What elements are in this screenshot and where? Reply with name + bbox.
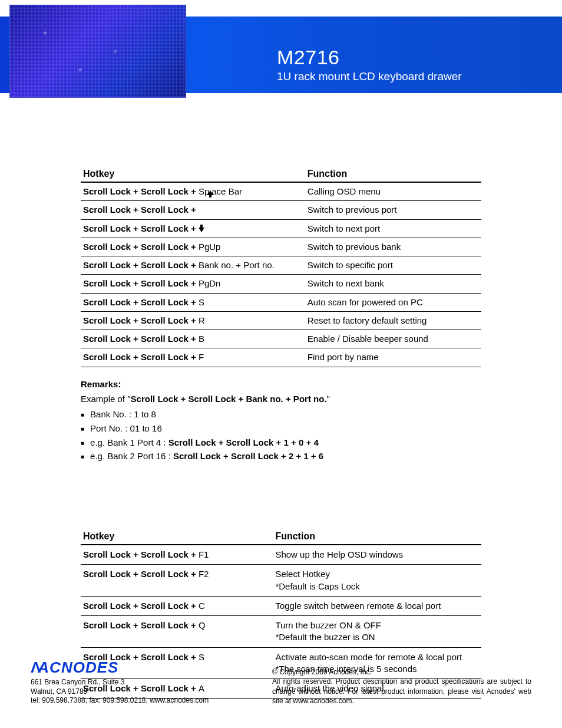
hotkey-prefix: Scroll Lock + Scroll Lock + (83, 223, 199, 233)
hotkey-key: F1 (199, 549, 209, 559)
table-row: Scroll Lock + Scroll Lock + F2Select Hot… (81, 565, 481, 597)
hotkey-key: Bank no. + Port no. (199, 260, 275, 270)
table-row: Scroll Lock + Scroll Lock + FFind port b… (81, 348, 481, 367)
company-logo: ΛACNODES (31, 658, 209, 678)
list-item: Port No. : 01 to 16 (81, 422, 481, 435)
hotkey-key: PgDn (199, 278, 221, 288)
table-row: Scroll Lock + Scroll Lock + PgDnSwitch t… (81, 275, 481, 293)
remark-plain: Bank No. : 1 to 8 (90, 409, 156, 419)
hotkey-key: PgUp (199, 242, 221, 252)
hotkey-prefix: Scroll Lock + Scroll Lock + (83, 186, 199, 196)
table-row: Scroll Lock + Scroll Lock + SAuto scan f… (81, 293, 481, 311)
function-cell: Switch to specific port (305, 256, 481, 275)
hotkey-cell: Scroll Lock + Scroll Lock + S (81, 293, 305, 311)
hotkey-prefix: Scroll Lock + Scroll Lock + (83, 569, 199, 579)
header-banner: M2716 1U rack mount LCD keyboard drawer (0, 0, 562, 100)
remark-plain: Port No. : 01 to 16 (90, 423, 162, 433)
remarks-block: Remarks: Example of "Scroll Lock + Scrol… (81, 378, 481, 463)
arrow-down-icon (199, 228, 204, 232)
function-cell: Enable / Disable beeper sound (305, 330, 481, 348)
function-cell: Calling OSD menu (305, 182, 481, 201)
hotkey-prefix: Scroll Lock + Scroll Lock + (83, 549, 199, 559)
function-cell: Toggle switch between remote & local por… (273, 596, 481, 615)
function-cell: Switch to next port (305, 219, 481, 238)
arrow-up-icon (207, 190, 213, 195)
footer-copyright: © Copyright 2009 Acnodes, Inc. (272, 667, 531, 677)
table-row: Scroll Lock + Scroll Lock + BEnable / Di… (81, 330, 481, 348)
hotkey-key: B (199, 334, 204, 344)
hotkey-cell: Scroll Lock + Scroll Lock + B (81, 330, 305, 348)
hotkey-cell: Scroll Lock + Scroll Lock + PgUp (81, 238, 305, 256)
hotkey-key: F (199, 352, 204, 362)
table-row: Scroll Lock + Scroll Lock + F1Show up th… (81, 545, 481, 565)
col-function-2: Function (273, 528, 481, 545)
footer-addr1: 661 Brea Canyon Rd., Suite 3 (31, 678, 209, 687)
remark-bold: Scroll Lock + Scroll Lock + 2 + 1 + 6 (173, 451, 323, 461)
hotkey-cell: Scroll Lock + Scroll Lock + F (81, 348, 305, 367)
remarks-example: Example of "Scroll Lock + Scroll Lock + … (81, 393, 481, 406)
hotkey-prefix: Scroll Lock + Scroll Lock + (83, 297, 199, 307)
hotkey-key: C (199, 601, 205, 611)
col-function: Function (305, 165, 481, 182)
remark-plain: e.g. Bank 1 Port 4 : (90, 437, 168, 447)
footer-left: ΛACNODES 661 Brea Canyon Rd., Suite 3 Wa… (31, 658, 209, 706)
product-model: M2716 (277, 46, 462, 69)
hotkey-prefix: Scroll Lock + Scroll Lock + (83, 242, 199, 252)
hotkey-cell: Scroll Lock + Scroll Lock + F2 (81, 565, 273, 597)
hotkey-key: S (199, 297, 204, 307)
hotkey-prefix: Scroll Lock + Scroll Lock + (83, 205, 196, 215)
hotkey-cell: Scroll Lock + Scroll Lock + (81, 219, 305, 238)
hotkey-key: Q (199, 620, 206, 630)
company-logo-text: ACNODES (38, 658, 118, 676)
footer-right: © Copyright 2009 Acnodes, Inc. All right… (272, 667, 531, 706)
function-cell: Switch to previous bank (305, 238, 481, 256)
footer-legal: All rights reserved. Product description… (272, 677, 531, 706)
remark-plain: e.g. Bank 2 Port 16 : (90, 451, 173, 461)
function-cell: Show up the Help OSD windows (273, 545, 481, 565)
footer-addr3: tel: 909.598.7388, fax: 909.598.0218, ww… (31, 696, 209, 706)
hotkey-cell: Scroll Lock + Scroll Lock + Q (81, 616, 273, 648)
col-hotkey-2: Hotkey (81, 528, 273, 545)
hotkey-cell: Scroll Lock + Scroll Lock + PgDn (81, 275, 305, 293)
table-row: Scroll Lock + Scroll Lock + QTurn the bu… (81, 616, 481, 648)
function-cell: Select Hotkey*Default is Caps Lock (273, 565, 481, 597)
hotkey-cell: Scroll Lock + Scroll Lock + Bank no. + P… (81, 256, 305, 275)
hotkey-table-1: Hotkey Function Scroll Lock + Scroll Loc… (81, 165, 481, 367)
hotkey-key: R (199, 315, 205, 325)
table-row: Scroll Lock + Scroll Lock + CToggle swit… (81, 596, 481, 615)
table-row: Scroll Lock + Scroll Lock + Bank no. + P… (81, 256, 481, 275)
banner-title-block: M2716 1U rack mount LCD keyboard drawer (277, 46, 462, 83)
product-subtitle: 1U rack mount LCD keyboard drawer (277, 70, 462, 83)
hotkey-key: F2 (199, 569, 209, 579)
banner-pcb-image (9, 5, 186, 98)
function-cell: Find port by name (305, 348, 481, 367)
hotkey-cell: Scroll Lock + Scroll Lock + (81, 201, 305, 219)
hotkey-prefix: Scroll Lock + Scroll Lock + (83, 278, 199, 288)
table-row: Scroll Lock + Scroll Lock + PgUpSwitch t… (81, 238, 481, 256)
hotkey-cell: Scroll Lock + Scroll Lock + F1 (81, 545, 273, 565)
col-hotkey: Hotkey (81, 165, 305, 182)
table-row: Scroll Lock + Scroll Lock + Switch to ne… (81, 219, 481, 238)
hotkey-prefix: Scroll Lock + Scroll Lock + (83, 620, 199, 630)
function-cell: Auto scan for powered on PC (305, 293, 481, 311)
hotkey-key: ace Bar (211, 186, 242, 196)
function-cell: Switch to next bank (305, 275, 481, 293)
function-cell: Reset to factory default setting (305, 311, 481, 330)
table-row: Scroll Lock + Scroll Lock + RReset to fa… (81, 311, 481, 330)
remarks-example-suffix: " (327, 394, 330, 404)
table-row: Scroll Lock + Scroll Lock + Switch to pr… (81, 201, 481, 219)
list-item: e.g. Bank 2 Port 16 : Scroll Lock + Scro… (81, 450, 481, 463)
hotkey-cell: Scroll Lock + Scroll Lock + R (81, 311, 305, 330)
remark-bold: Scroll Lock + Scroll Lock + 1 + 0 + 4 (168, 437, 319, 447)
footer-addr2: Walnut, CA 91789 (31, 687, 209, 697)
page-footer: ΛACNODES 661 Brea Canyon Rd., Suite 3 Wa… (31, 658, 531, 706)
remarks-title: Remarks: (81, 378, 481, 391)
hotkey-prefix: Scroll Lock + Scroll Lock + (83, 334, 199, 344)
function-cell: Switch to previous port (305, 201, 481, 219)
list-item: e.g. Bank 1 Port 4 : Scroll Lock + Scrol… (81, 436, 481, 449)
remarks-example-bold: Scroll Lock + Scroll Lock + Bank no. + P… (131, 394, 327, 404)
hotkey-prefix: Scroll Lock + Scroll Lock + (83, 315, 199, 325)
function-cell: Turn the buzzer ON & OFF*Default the buz… (273, 616, 481, 648)
hotkey-cell: Scroll Lock + Scroll Lock + Space Bar (81, 182, 305, 201)
hotkey-prefix: Scroll Lock + Scroll Lock + (83, 601, 199, 611)
